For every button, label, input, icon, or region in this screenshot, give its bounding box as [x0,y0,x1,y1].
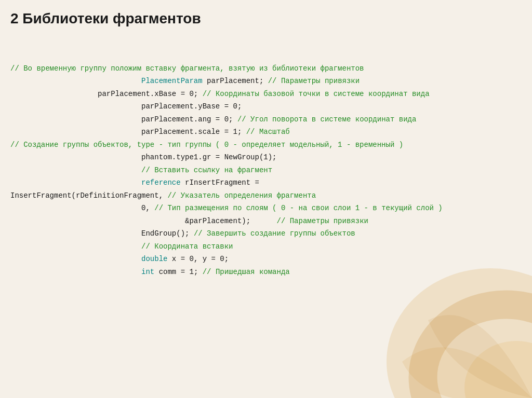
page-title: 2 Библиотеки фрагментов [10,10,516,27]
line-9: // Вставить ссылку на фрагмент [10,166,272,174]
line-15: // Координата вставки [10,242,233,251]
comment-3: // Координаты базовой точки в системе ко… [203,90,430,98]
line-12: 0, // Тип размещения по слоям ( 0 - на с… [10,204,443,212]
comment-11: // Указатель определения фрагмента [167,191,316,200]
line-4: parPlacement.yBase = 0; [10,102,242,111]
line-1: // Во временную группу положим вставку ф… [10,64,364,73]
comment-15: // Координата вставки [141,242,233,251]
comment-7: // Создание группы объектов, type - тип … [10,141,403,149]
keyword-placement: PlacementParam [141,77,203,85]
line-13: &parPlacement); // Параметры привязки [10,217,368,225]
normal-10: rInsertFragment = [181,179,259,187]
normal-13: &parPlacement); [185,217,276,225]
comment-14: // Завершить создание группы объектов [194,229,355,238]
code-block: // Во временную группу положим вставку ф… [10,37,516,303]
line-11: InsertFragment(rDefinitionFragment, // У… [10,191,316,200]
normal-11: InsertFragment(rDefinitionFragment, [10,191,167,200]
normal-3: parPlacement.xBase = 0; [98,90,203,98]
normal-6: parPlacement.scale = 1; [141,128,246,136]
line-2: PlacementParam parPlacement; // Параметр… [10,77,360,85]
keyword-double: double [141,255,167,263]
normal-8: phantom.type1.gr = NewGroup(1); [141,153,276,161]
keyword-reference: reference [141,179,181,187]
comment-12: // Тип размещения по слоям ( 0 - на свои… [154,204,443,212]
comment-13: // Параметры привязки [277,217,368,225]
line-7: // Создание группы объектов, type - тип … [10,141,403,149]
line-8: phantom.type1.gr = NewGroup(1); [10,153,277,161]
normal-2: parPlacement; [203,77,268,85]
normal-5: parPlacement.ang = 0; [141,115,237,123]
normal-4: parPlacement.yBase = 0; [141,102,242,111]
line-17: int comm = 1; // Пришедшая команда [10,268,290,276]
normal-14: EndGroup(); [141,229,194,238]
keyword-int: int [141,268,154,276]
normal-17: comm = 1; [154,268,202,276]
normal-16: x = 0, y = 0; [167,255,229,263]
main-content: 2 Библиотеки фрагментов // Во временную … [0,0,532,313]
line-5: parPlacement.ang = 0; // Угол поворота в… [10,115,416,123]
line-10: reference rInsertFragment = [10,179,259,187]
comment-17: // Пришедшая команда [203,268,290,276]
line-14: EndGroup(); // Завершить создание группы… [10,229,355,238]
code-pre: // Во временную группу положим вставку ф… [10,62,516,279]
line-3: parPlacement.xBase = 0; // Координаты ба… [10,90,430,98]
normal-12: 0, [141,204,154,212]
comment-5: // Угол поворота в системе координат вид… [237,115,416,123]
comment-6: // Масштаб [246,128,290,136]
comment-2: // Параметры привязки [268,77,360,85]
comment-9: // Вставить ссылку на фрагмент [141,166,272,174]
line-16: double x = 0, y = 0; [10,255,229,263]
line-6: parPlacement.scale = 1; // Масштаб [10,128,290,136]
comment-1: // Во временную группу положим вставку ф… [10,64,364,73]
